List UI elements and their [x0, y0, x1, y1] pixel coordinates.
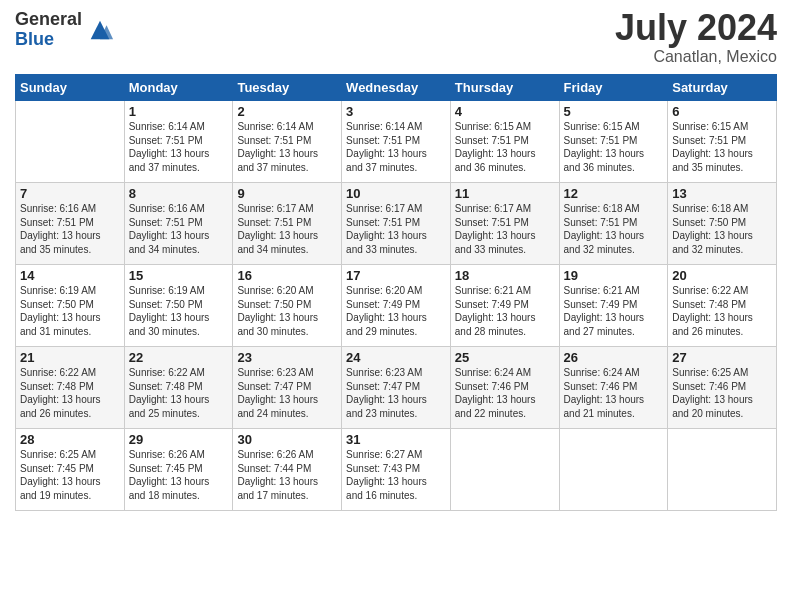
day-info: Sunrise: 6:14 AM Sunset: 7:51 PM Dayligh…	[237, 120, 337, 174]
day-number: 25	[455, 350, 555, 365]
day-number: 16	[237, 268, 337, 283]
table-row: 20Sunrise: 6:22 AM Sunset: 7:48 PM Dayli…	[668, 265, 777, 347]
day-number: 5	[564, 104, 664, 119]
header-tuesday: Tuesday	[233, 75, 342, 101]
logo-icon	[86, 16, 114, 44]
table-row: 21Sunrise: 6:22 AM Sunset: 7:48 PM Dayli…	[16, 347, 125, 429]
table-row: 12Sunrise: 6:18 AM Sunset: 7:51 PM Dayli…	[559, 183, 668, 265]
day-number: 23	[237, 350, 337, 365]
logo-general: General	[15, 10, 82, 30]
day-info: Sunrise: 6:17 AM Sunset: 7:51 PM Dayligh…	[237, 202, 337, 256]
table-row: 9Sunrise: 6:17 AM Sunset: 7:51 PM Daylig…	[233, 183, 342, 265]
day-number: 7	[20, 186, 120, 201]
day-number: 14	[20, 268, 120, 283]
table-row: 5Sunrise: 6:15 AM Sunset: 7:51 PM Daylig…	[559, 101, 668, 183]
title-section: July 2024 Canatlan, Mexico	[615, 10, 777, 66]
day-number: 18	[455, 268, 555, 283]
table-row: 10Sunrise: 6:17 AM Sunset: 7:51 PM Dayli…	[342, 183, 451, 265]
table-row: 4Sunrise: 6:15 AM Sunset: 7:51 PM Daylig…	[450, 101, 559, 183]
day-info: Sunrise: 6:22 AM Sunset: 7:48 PM Dayligh…	[672, 284, 772, 338]
day-number: 19	[564, 268, 664, 283]
day-info: Sunrise: 6:18 AM Sunset: 7:50 PM Dayligh…	[672, 202, 772, 256]
table-row	[559, 429, 668, 511]
day-info: Sunrise: 6:14 AM Sunset: 7:51 PM Dayligh…	[346, 120, 446, 174]
location: Canatlan, Mexico	[615, 48, 777, 66]
day-info: Sunrise: 6:24 AM Sunset: 7:46 PM Dayligh…	[564, 366, 664, 420]
calendar-week-row: 1Sunrise: 6:14 AM Sunset: 7:51 PM Daylig…	[16, 101, 777, 183]
day-info: Sunrise: 6:22 AM Sunset: 7:48 PM Dayligh…	[20, 366, 120, 420]
table-row: 29Sunrise: 6:26 AM Sunset: 7:45 PM Dayli…	[124, 429, 233, 511]
day-info: Sunrise: 6:19 AM Sunset: 7:50 PM Dayligh…	[129, 284, 229, 338]
day-number: 22	[129, 350, 229, 365]
day-number: 27	[672, 350, 772, 365]
day-number: 12	[564, 186, 664, 201]
day-info: Sunrise: 6:14 AM Sunset: 7:51 PM Dayligh…	[129, 120, 229, 174]
table-row: 14Sunrise: 6:19 AM Sunset: 7:50 PM Dayli…	[16, 265, 125, 347]
table-row: 15Sunrise: 6:19 AM Sunset: 7:50 PM Dayli…	[124, 265, 233, 347]
day-number: 24	[346, 350, 446, 365]
logo: General Blue	[15, 10, 114, 50]
table-row: 22Sunrise: 6:22 AM Sunset: 7:48 PM Dayli…	[124, 347, 233, 429]
table-row: 28Sunrise: 6:25 AM Sunset: 7:45 PM Dayli…	[16, 429, 125, 511]
table-row: 2Sunrise: 6:14 AM Sunset: 7:51 PM Daylig…	[233, 101, 342, 183]
day-info: Sunrise: 6:17 AM Sunset: 7:51 PM Dayligh…	[455, 202, 555, 256]
day-number: 20	[672, 268, 772, 283]
table-row: 8Sunrise: 6:16 AM Sunset: 7:51 PM Daylig…	[124, 183, 233, 265]
day-info: Sunrise: 6:16 AM Sunset: 7:51 PM Dayligh…	[20, 202, 120, 256]
day-info: Sunrise: 6:23 AM Sunset: 7:47 PM Dayligh…	[346, 366, 446, 420]
day-number: 10	[346, 186, 446, 201]
logo-blue: Blue	[15, 30, 82, 50]
day-info: Sunrise: 6:17 AM Sunset: 7:51 PM Dayligh…	[346, 202, 446, 256]
calendar-week-row: 14Sunrise: 6:19 AM Sunset: 7:50 PM Dayli…	[16, 265, 777, 347]
day-info: Sunrise: 6:21 AM Sunset: 7:49 PM Dayligh…	[564, 284, 664, 338]
table-row: 23Sunrise: 6:23 AM Sunset: 7:47 PM Dayli…	[233, 347, 342, 429]
table-row	[16, 101, 125, 183]
table-row: 27Sunrise: 6:25 AM Sunset: 7:46 PM Dayli…	[668, 347, 777, 429]
day-info: Sunrise: 6:16 AM Sunset: 7:51 PM Dayligh…	[129, 202, 229, 256]
table-row: 31Sunrise: 6:27 AM Sunset: 7:43 PM Dayli…	[342, 429, 451, 511]
day-info: Sunrise: 6:24 AM Sunset: 7:46 PM Dayligh…	[455, 366, 555, 420]
page-container: General Blue July 2024 Canatlan, Mexico …	[0, 0, 792, 521]
day-info: Sunrise: 6:25 AM Sunset: 7:46 PM Dayligh…	[672, 366, 772, 420]
day-info: Sunrise: 6:15 AM Sunset: 7:51 PM Dayligh…	[672, 120, 772, 174]
table-row: 25Sunrise: 6:24 AM Sunset: 7:46 PM Dayli…	[450, 347, 559, 429]
day-info: Sunrise: 6:27 AM Sunset: 7:43 PM Dayligh…	[346, 448, 446, 502]
day-info: Sunrise: 6:25 AM Sunset: 7:45 PM Dayligh…	[20, 448, 120, 502]
day-number: 2	[237, 104, 337, 119]
month-title: July 2024	[615, 10, 777, 46]
day-number: 28	[20, 432, 120, 447]
day-info: Sunrise: 6:18 AM Sunset: 7:51 PM Dayligh…	[564, 202, 664, 256]
day-info: Sunrise: 6:26 AM Sunset: 7:44 PM Dayligh…	[237, 448, 337, 502]
table-row: 26Sunrise: 6:24 AM Sunset: 7:46 PM Dayli…	[559, 347, 668, 429]
table-row: 16Sunrise: 6:20 AM Sunset: 7:50 PM Dayli…	[233, 265, 342, 347]
calendar-table: Sunday Monday Tuesday Wednesday Thursday…	[15, 74, 777, 511]
day-number: 30	[237, 432, 337, 447]
day-info: Sunrise: 6:19 AM Sunset: 7:50 PM Dayligh…	[20, 284, 120, 338]
header-sunday: Sunday	[16, 75, 125, 101]
calendar-header-row: Sunday Monday Tuesday Wednesday Thursday…	[16, 75, 777, 101]
calendar-week-row: 21Sunrise: 6:22 AM Sunset: 7:48 PM Dayli…	[16, 347, 777, 429]
header-saturday: Saturday	[668, 75, 777, 101]
header-friday: Friday	[559, 75, 668, 101]
header-thursday: Thursday	[450, 75, 559, 101]
day-number: 21	[20, 350, 120, 365]
logo-text: General Blue	[15, 10, 82, 50]
header-wednesday: Wednesday	[342, 75, 451, 101]
day-number: 8	[129, 186, 229, 201]
day-info: Sunrise: 6:21 AM Sunset: 7:49 PM Dayligh…	[455, 284, 555, 338]
table-row	[450, 429, 559, 511]
calendar-week-row: 28Sunrise: 6:25 AM Sunset: 7:45 PM Dayli…	[16, 429, 777, 511]
table-row: 13Sunrise: 6:18 AM Sunset: 7:50 PM Dayli…	[668, 183, 777, 265]
day-number: 11	[455, 186, 555, 201]
day-info: Sunrise: 6:26 AM Sunset: 7:45 PM Dayligh…	[129, 448, 229, 502]
day-info: Sunrise: 6:23 AM Sunset: 7:47 PM Dayligh…	[237, 366, 337, 420]
table-row: 3Sunrise: 6:14 AM Sunset: 7:51 PM Daylig…	[342, 101, 451, 183]
day-info: Sunrise: 6:20 AM Sunset: 7:49 PM Dayligh…	[346, 284, 446, 338]
table-row: 11Sunrise: 6:17 AM Sunset: 7:51 PM Dayli…	[450, 183, 559, 265]
day-number: 15	[129, 268, 229, 283]
table-row: 19Sunrise: 6:21 AM Sunset: 7:49 PM Dayli…	[559, 265, 668, 347]
table-row: 17Sunrise: 6:20 AM Sunset: 7:49 PM Dayli…	[342, 265, 451, 347]
day-number: 13	[672, 186, 772, 201]
day-number: 4	[455, 104, 555, 119]
day-info: Sunrise: 6:20 AM Sunset: 7:50 PM Dayligh…	[237, 284, 337, 338]
